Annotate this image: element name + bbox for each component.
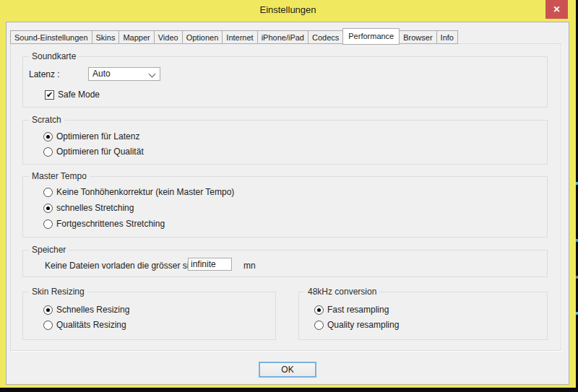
group-soundkarte: Soundkarte Latenz : Auto ✔ Safe Mode — [22, 56, 548, 108]
close-button[interactable]: ✕ — [545, 0, 568, 19]
group-speicher-title: Speicher — [29, 245, 69, 255]
radio-optimieren-qualitaet[interactable]: Optimieren für Qualität — [43, 147, 144, 157]
radio-icon[interactable] — [43, 219, 53, 229]
radio-icon[interactable] — [43, 132, 53, 141]
radio-fast-resampling[interactable]: Fast resampling — [314, 305, 389, 315]
radio-label: Optimieren für Qualität — [56, 147, 144, 157]
radio-icon[interactable] — [43, 321, 53, 330]
group-scratch: Scratch Optimieren für Latenz Optimieren… — [22, 120, 548, 165]
radio-fortgeschrittenes-stretching[interactable]: Fortgeschrittenes Stretching — [43, 219, 165, 229]
close-icon: ✕ — [553, 4, 560, 14]
group-master-tempo: Master Tempo Keine Tonhöhenkorrektur (ke… — [22, 176, 548, 238]
group-48khz-conversion: 48kHz conversion Fast resampling Quality… — [298, 292, 548, 340]
tab-mapper[interactable]: Mapper — [118, 30, 154, 44]
tab-browser[interactable]: Browser — [399, 30, 436, 44]
radio-label: schnelles Stretching — [56, 203, 134, 213]
ok-button[interactable]: OK — [259, 362, 316, 378]
latenz-combobox-value: Auto — [92, 69, 111, 79]
radio-icon[interactable] — [314, 305, 324, 315]
safe-mode-checkbox[interactable]: ✔ — [45, 90, 54, 100]
window-title: Einstellungen — [0, 4, 576, 15]
tab-bar: Sound-Einstellungen Skins Mapper Video O… — [10, 28, 458, 44]
radio-icon[interactable] — [43, 147, 53, 157]
radio-label: Quality resampling — [327, 320, 399, 330]
group-skin-resizing: Skin Resizing Schnelles Resizing Qualitä… — [22, 292, 276, 340]
tab-info[interactable]: Info — [436, 30, 458, 44]
radio-qualitaets-resizing[interactable]: Qualitäts Resizing — [43, 320, 126, 330]
safe-mode-label: Safe Mode — [58, 90, 100, 100]
radio-schnelles-stretching[interactable]: schnelles Stretching — [43, 203, 134, 213]
radio-icon[interactable] — [314, 321, 324, 330]
radio-label: Schnelles Resizing — [56, 305, 129, 315]
radio-label: Optimieren für Latenz — [56, 131, 139, 141]
radio-label: Keine Tonhöhenkorrektur (kein Master Tem… — [56, 187, 234, 197]
group-speicher: Speicher Keine Dateien vorladen die grös… — [22, 250, 548, 277]
tab-performance[interactable]: Performance — [342, 28, 400, 45]
group-master-tempo-title: Master Tempo — [29, 171, 90, 181]
tab-internet[interactable]: Internet — [222, 30, 257, 44]
tab-sound-einstellungen[interactable]: Sound-Einstellungen — [10, 30, 92, 44]
latenz-combobox[interactable]: Auto — [88, 67, 160, 81]
performance-tab-page: Soundkarte Latenz : Auto ✔ Safe Mode Scr… — [10, 43, 561, 351]
radio-label: Fortgeschrittenes Stretching — [56, 219, 165, 229]
preload-limit-label: Keine Dateien vorladen die grösser sind — [45, 261, 199, 271]
tab-codecs[interactable]: Codecs — [308, 30, 343, 44]
group-scratch-title: Scratch — [29, 115, 64, 125]
screen: Einstellungen ✕ Sound-Einstellungen Skin… — [0, 0, 578, 392]
latenz-label: Latenz : — [29, 69, 60, 79]
tab-video[interactable]: Video — [154, 30, 183, 44]
radio-label: Qualitäts Resizing — [56, 320, 126, 330]
radio-dot — [46, 206, 50, 210]
radio-dot — [317, 308, 321, 312]
safe-mode-checkbox-row[interactable]: ✔ Safe Mode — [45, 90, 100, 100]
radio-icon[interactable] — [43, 204, 53, 213]
radio-schnelles-resizing[interactable]: Schnelles Resizing — [43, 305, 129, 315]
radio-label: Fast resampling — [327, 305, 389, 315]
radio-keine-tonhoehenkorrektur[interactable]: Keine Tonhöhenkorrektur (kein Master Tem… — [43, 187, 234, 197]
checkmark-icon: ✔ — [46, 90, 53, 99]
radio-dot — [46, 308, 50, 312]
group-48khz-conversion-title: 48kHz conversion — [305, 287, 379, 297]
radio-icon[interactable] — [43, 305, 53, 315]
background-app-bottom-sliver — [0, 388, 578, 392]
tab-optionen[interactable]: Optionen — [182, 30, 223, 44]
tab-iphone-ipad[interactable]: iPhone/iPad — [257, 30, 309, 44]
tab-skins[interactable]: Skins — [92, 30, 120, 44]
preload-limit-input[interactable] — [188, 258, 232, 271]
preload-limit-unit: mn — [243, 261, 256, 271]
radio-dot — [46, 135, 50, 139]
radio-quality-resampling[interactable]: Quality resampling — [314, 320, 399, 330]
radio-optimieren-latenz[interactable]: Optimieren für Latenz — [43, 131, 139, 141]
group-skin-resizing-title: Skin Resizing — [29, 287, 87, 297]
group-soundkarte-title: Soundkarte — [29, 51, 79, 61]
chevron-down-icon — [149, 71, 156, 78]
settings-dialog: Sound-Einstellungen Skins Mapper Video O… — [6, 22, 569, 385]
radio-icon[interactable] — [43, 188, 53, 197]
